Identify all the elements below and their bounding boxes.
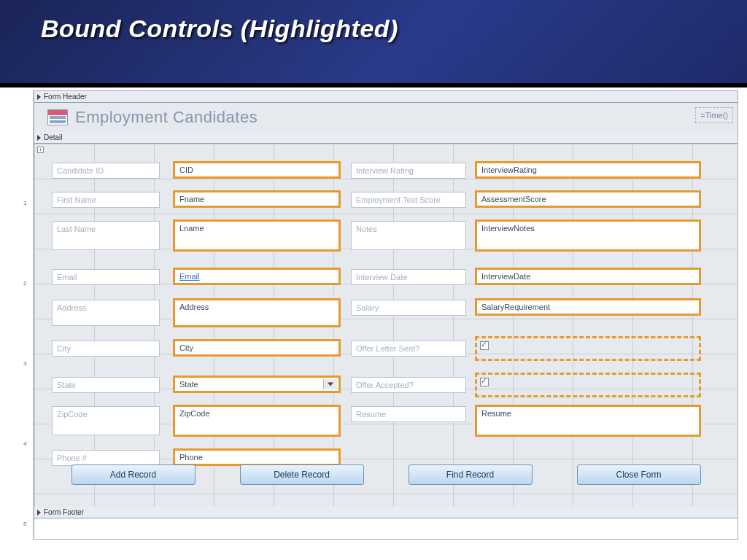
bound-city[interactable]: City — [173, 339, 341, 357]
bound-state-combo[interactable]: State — [173, 376, 341, 393]
section-bar-form-footer[interactable]: Form Footer — [34, 507, 738, 518]
label-salary[interactable]: Salary — [351, 300, 466, 316]
label-state[interactable]: State — [52, 377, 160, 393]
chevron-down-icon — [328, 383, 333, 386]
bound-zipcode[interactable]: ZipCode — [173, 405, 341, 437]
form-detail-area[interactable]: + Candidate ID First Name Last Name Emai… — [34, 144, 738, 507]
label-interview-rating[interactable]: Interview Rating — [351, 163, 466, 179]
form-logo-icon — [47, 109, 68, 125]
bound-interview-notes[interactable]: InterviewNotes — [475, 219, 701, 252]
slide-title-bar: Bound Controls (Highlighted) — [0, 0, 747, 88]
bound-salary-requirement[interactable]: SalaryRequirement — [475, 298, 701, 316]
vertical-ruler: 1 2 3 4 5 — [20, 90, 34, 540]
label-interview-date[interactable]: Interview Date — [351, 269, 466, 285]
delete-record-button[interactable]: Delete Record — [240, 464, 364, 485]
checkbox-icon — [480, 378, 489, 386]
bound-assessment-score[interactable]: AssessmentScore — [475, 190, 701, 208]
bound-lname[interactable]: Lname — [173, 219, 341, 252]
button-row: Add Record Delete Record Find Record Clo… — [34, 460, 738, 489]
bound-resume[interactable]: Resume — [475, 405, 701, 437]
form-design-surface: Form Header Employment Candidates =Time(… — [34, 90, 738, 540]
bound-fname[interactable]: Fname — [173, 190, 341, 208]
time-textbox[interactable]: =Time() — [695, 107, 733, 123]
bound-address[interactable]: Address — [173, 298, 341, 327]
close-form-button[interactable]: Close Form — [577, 464, 701, 485]
expand-handle-icon[interactable]: + — [37, 147, 44, 153]
label-city[interactable]: City — [52, 341, 160, 357]
label-offer-letter-sent[interactable]: Offer Letter Sent? — [351, 341, 466, 357]
label-employment-test-score[interactable]: Employment Test Score — [351, 192, 466, 208]
bound-cid[interactable]: CID — [173, 161, 341, 179]
bound-offer-accepted-check[interactable] — [475, 373, 701, 397]
bound-interview-date[interactable]: InterviewDate — [475, 268, 701, 285]
bound-email[interactable]: Email — [173, 268, 341, 285]
label-notes[interactable]: Notes — [351, 221, 466, 250]
label-zipcode[interactable]: ZipCode — [52, 406, 160, 435]
section-label: Form Header — [44, 93, 87, 101]
label-email[interactable]: Email — [52, 269, 160, 285]
label-resume[interactable]: Resume — [351, 406, 466, 422]
section-bar-form-header[interactable]: Form Header — [34, 91, 738, 103]
section-label: Detail — [44, 133, 63, 141]
bound-offer-letter-sent-check[interactable] — [475, 336, 701, 361]
label-first-name[interactable]: First Name — [52, 192, 160, 208]
label-address[interactable]: Address — [52, 300, 160, 326]
bound-interview-rating[interactable]: InterviewRating — [475, 161, 701, 179]
section-label: Form Footer — [44, 508, 84, 516]
form-title-label: Employment Candidates — [75, 108, 258, 127]
label-offer-accepted[interactable]: Offer Accepted? — [351, 377, 466, 393]
find-record-button[interactable]: Find Record — [409, 464, 533, 485]
label-last-name[interactable]: Last Name — [52, 221, 160, 250]
form-header-area[interactable]: Employment Candidates =Time() — [34, 103, 738, 132]
checkbox-icon — [480, 341, 489, 350]
add-record-button[interactable]: Add Record — [71, 464, 196, 485]
slide-title: Bound Controls (Highlighted) — [41, 15, 398, 43]
section-bar-detail[interactable]: Detail — [34, 132, 738, 144]
label-candidate-id[interactable]: Candidate ID — [52, 163, 160, 179]
